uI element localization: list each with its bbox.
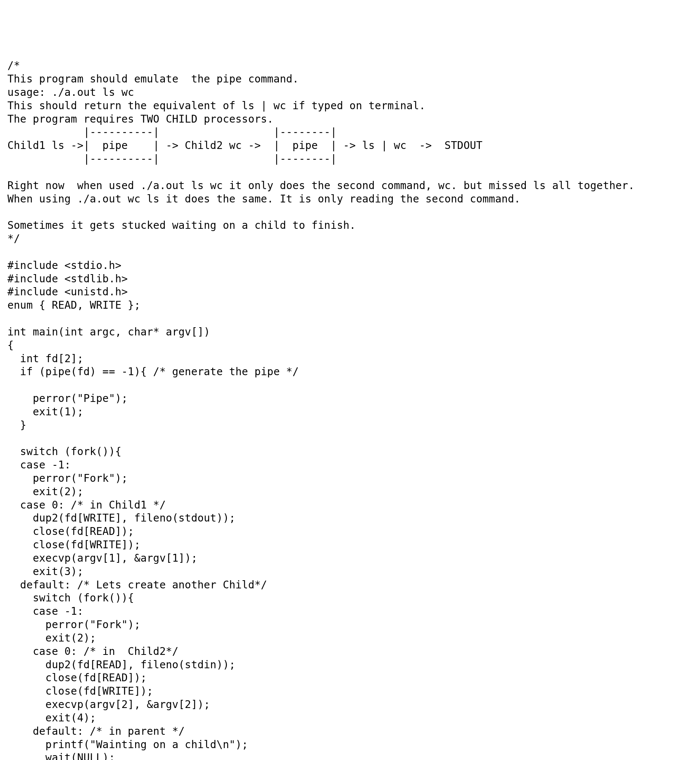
code-block: /* This program should emulate the pipe …: [8, 59, 692, 760]
